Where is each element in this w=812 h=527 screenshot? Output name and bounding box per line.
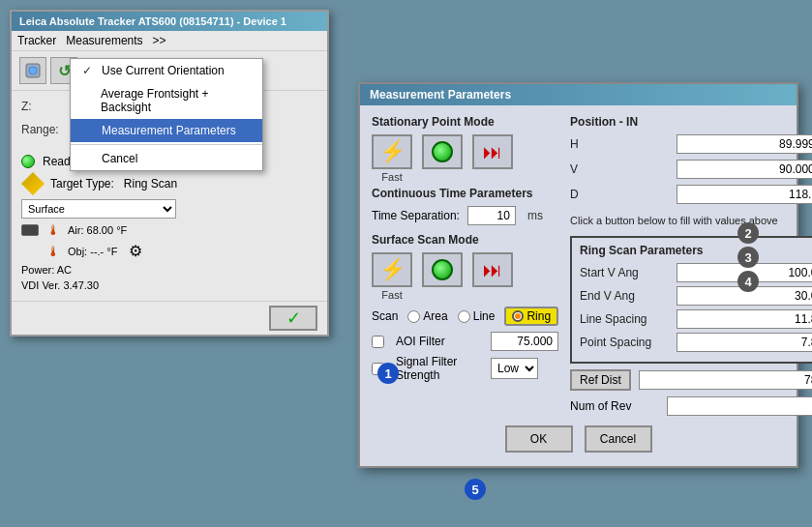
- env-row: 🌡 Air: 68.00 °F: [21, 222, 317, 238]
- cancel-button[interactable]: Cancel: [585, 425, 652, 453]
- cancel-label: Cancel: [600, 432, 636, 446]
- surf-green-button[interactable]: [422, 252, 463, 287]
- ring-scan-box: Ring Scan Parameters Start V Ang End V A…: [570, 236, 812, 364]
- line-spacing-input[interactable]: [677, 309, 812, 329]
- dropdown-label-meas: Measurement Parameters: [102, 124, 236, 137]
- right-column: Position - IN H Deg V Deg D IN: [570, 115, 812, 416]
- ring-radio-container[interactable]: Ring: [504, 307, 558, 326]
- badge-2[interactable]: 2: [737, 222, 759, 244]
- surf-fast-button[interactable]: ⚡: [372, 252, 412, 287]
- dropdown-label-cancel: Cancel: [102, 152, 137, 165]
- h-label: H: [570, 137, 677, 151]
- signal-filter-select[interactable]: Low: [491, 358, 538, 379]
- ring-scan-title: Ring Scan Parameters: [580, 244, 812, 257]
- position-section: Position - IN H Deg V Deg D IN: [570, 115, 812, 204]
- scan-radio-group: Scan Area Line Ring: [372, 307, 558, 326]
- time-sep-input[interactable]: [467, 206, 516, 225]
- fill-hint: Click a button below to fill with values…: [570, 214, 812, 228]
- meas-dialog: Measurement Parameters Stationary Point …: [358, 82, 798, 468]
- menu-arrow: >>: [153, 34, 166, 47]
- air-label: Air: 68.00 °F: [68, 224, 127, 236]
- badge-5[interactable]: 5: [465, 479, 486, 500]
- menu-bar: Tracker Measurements >>: [12, 31, 327, 51]
- check-icon-meas: [82, 124, 96, 137]
- h-field-row: H Deg: [570, 134, 812, 154]
- surface-mode-buttons: ⚡ Fast ⏭: [372, 252, 558, 301]
- surf-fast-btn-group: ⚡ Fast: [372, 252, 412, 301]
- surface-scan-label: Surface Scan Mode: [372, 233, 558, 247]
- ref-dist-input[interactable]: [639, 370, 812, 390]
- green-circle-button[interactable]: [422, 134, 463, 169]
- check-icon: ✓: [286, 307, 301, 329]
- v-input[interactable]: [677, 160, 812, 179]
- main-window: Leica Absolute Tracker ATS600 (08154711)…: [10, 10, 329, 337]
- arrow-right-icon: ⏭: [483, 141, 502, 163]
- dropdown-divider: [71, 144, 262, 145]
- check-icon-cancel: [82, 152, 96, 165]
- target-row: Target Type: Ring Scan: [21, 172, 317, 195]
- h-input[interactable]: [677, 134, 812, 154]
- toolbar-btn-1[interactable]: [19, 57, 46, 84]
- target-type-value: Ring Scan: [124, 177, 177, 190]
- d-field-row: D IN: [570, 185, 812, 204]
- status-indicator: [21, 155, 35, 168]
- thermometer-icon: 🌡: [46, 222, 60, 238]
- dropdown-item-cancel[interactable]: Cancel: [71, 147, 262, 170]
- line-radio[interactable]: [458, 310, 470, 323]
- dropdown-menu: ✓ Use Current Orientation Average Fronts…: [70, 58, 263, 171]
- arrow-mode-button[interactable]: ⏭: [472, 134, 513, 169]
- ref-dist-button[interactable]: Ref Dist: [570, 369, 631, 391]
- point-spacing-input[interactable]: [677, 333, 812, 352]
- svg-point-1: [29, 67, 37, 74]
- fast-mode-button[interactable]: ⚡: [372, 134, 412, 169]
- menu-tracker[interactable]: Tracker: [17, 34, 56, 47]
- v-field-row: V Deg: [570, 160, 812, 179]
- dropdown-item-avg[interactable]: Average Frontsight + Backsight: [71, 82, 262, 119]
- numrev-row: Num of Rev: [570, 396, 812, 416]
- target-type-label: Target Type:: [50, 177, 114, 190]
- ok-button[interactable]: OK: [505, 425, 573, 453]
- aoi-filter-input[interactable]: [491, 332, 558, 351]
- area-radio[interactable]: [407, 310, 420, 323]
- ok-label: OK: [530, 432, 547, 446]
- time-sep-unit: ms: [527, 209, 543, 222]
- top-section: Stationary Point Mode ⚡ Fast ⏭: [372, 115, 785, 416]
- time-sep-label: Time Separation:: [372, 209, 460, 222]
- left-column: Stationary Point Mode ⚡ Fast ⏭: [372, 115, 558, 416]
- surf-arrow-button[interactable]: ⏭: [472, 252, 513, 287]
- check-button[interactable]: ✓: [269, 306, 317, 331]
- power-row: Power: AC: [21, 264, 317, 276]
- main-window-title: Leica Absolute Tracker ATS600 (08154711)…: [19, 15, 286, 27]
- tracker-icon: [24, 62, 42, 79]
- dropdown-label-use-current: Use Current Orientation: [102, 64, 225, 77]
- menu-measurements[interactable]: Measurements: [66, 34, 142, 47]
- aoi-filter-checkbox[interactable]: [372, 336, 384, 348]
- badge-2-label: 2: [744, 226, 751, 241]
- battery-icon: [21, 224, 39, 236]
- badge-3[interactable]: 3: [737, 247, 759, 268]
- gear-icon[interactable]: ⚙: [129, 242, 142, 260]
- v-label: V: [570, 162, 677, 176]
- vdi-label: VDI Ver. 3.47.30: [21, 279, 99, 291]
- badge-1[interactable]: 1: [377, 363, 399, 384]
- main-title-bar: Leica Absolute Tracker ATS600 (08154711)…: [12, 12, 327, 31]
- area-radio-label[interactable]: Area: [407, 309, 447, 323]
- signal-filter-row: Signal Filter Strength Low: [372, 355, 558, 382]
- line-spacing-label: Line Spacing: [580, 312, 677, 326]
- line-spacing-row: Line Spacing: [580, 309, 812, 329]
- numrev-input[interactable]: [667, 396, 812, 416]
- obj-label: Obj: --.- °F: [68, 246, 117, 257]
- end-v-ang-row: End V Ang: [580, 286, 812, 306]
- thermometer-icon-2: 🌡: [46, 244, 60, 259]
- dropdown-item-use-current[interactable]: ✓ Use Current Orientation: [71, 59, 262, 82]
- surface-select[interactable]: Surface: [21, 199, 176, 219]
- position-title: Position - IN: [570, 115, 812, 129]
- badge-4[interactable]: 4: [737, 271, 759, 292]
- ring-radio-dot: [512, 310, 524, 322]
- line-radio-label[interactable]: Line: [458, 309, 496, 323]
- aoi-filter-row: AOI Filter: [372, 332, 558, 351]
- line-label: Line: [473, 309, 496, 323]
- badge-4-label: 4: [744, 275, 751, 289]
- dropdown-item-meas-params[interactable]: Measurement Parameters: [71, 119, 262, 142]
- d-input[interactable]: [677, 185, 812, 204]
